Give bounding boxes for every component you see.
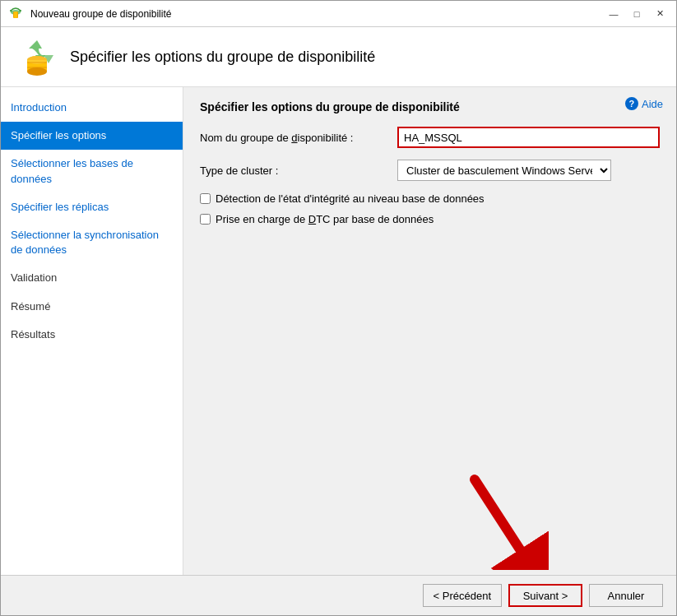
svg-rect-2 [14,12,17,18]
sidebar-item-introduction[interactable]: Introduction [1,94,183,122]
cancel-button[interactable]: Annuler [589,584,663,607]
sidebar: Introduction Spécifier les options Sélec… [1,87,183,575]
group-name-input[interactable] [397,127,660,148]
svg-rect-10 [27,67,47,68]
group-name-row: Nom du groupe de disponibilité : [200,127,660,148]
sidebar-item-specifier-replicas[interactable]: Spécifier les réplicas [1,193,183,221]
maximize-button[interactable]: □ [627,6,647,22]
svg-point-7 [27,67,47,76]
sidebar-item-selectionner-bdd[interactable]: Sélectionner les bases de données [1,150,183,192]
help-link[interactable]: ? Aide [625,97,663,110]
sidebar-item-specifier-options[interactable]: Spécifier les options [1,122,183,150]
prev-button[interactable]: < Précédent [423,584,502,607]
main-content: Introduction Spécifier les options Sélec… [1,87,676,575]
sidebar-item-validation: Validation [1,264,183,292]
help-icon: ? [625,97,638,110]
checkbox-row-1: Détection de l'état d'intégrité au nivea… [200,192,660,205]
app-icon [7,6,24,22]
cluster-type-row: Type de cluster : Cluster de basculement… [200,160,660,181]
window-title: Nouveau groupe de disponibilité [30,8,604,20]
sidebar-item-selectionner-sync[interactable]: Sélectionner la synchronisation de donné… [1,221,183,264]
checkbox-dtc-label: Prise en charge de DTC par base de donné… [216,213,434,225]
checkbox-dtc[interactable] [200,214,211,225]
svg-rect-9 [27,62,47,63]
main-window: Nouveau groupe de disponibilité — □ ✕ [0,0,677,616]
minimize-button[interactable]: — [604,6,624,22]
section-title: Spécifier les options du groupe de dispo… [200,100,660,113]
close-button[interactable]: ✕ [650,6,670,22]
checkbox-row-2: Prise en charge de DTC par base de donné… [200,213,660,225]
help-label: Aide [642,98,663,110]
window-controls: — □ ✕ [604,6,670,22]
sidebar-item-resume: Résumé [1,293,183,321]
header-title: Spécifier les options du groupe de dispo… [70,49,375,66]
content-area: ? Aide Spécifier les options du groupe d… [183,87,676,575]
titlebar: Nouveau groupe de disponibilité — □ ✕ [1,1,676,27]
footer: < Précédent Suivant > Annuler [1,575,676,615]
sidebar-item-resultats: Résultats [1,321,183,349]
group-name-label: Nom du groupe de disponibilité : [200,132,397,144]
checkbox-integrity-label: Détection de l'état d'intégrité au nivea… [216,192,485,205]
checkbox-integrity[interactable] [200,193,211,204]
header-banner: Spécifier les options du groupe de dispo… [1,27,676,87]
next-button[interactable]: Suivant > [508,584,582,607]
cluster-type-select[interactable]: Cluster de basculement Windows Server Au… [397,160,611,181]
cluster-type-label: Type de cluster : [200,164,397,177]
header-icon [17,37,57,76]
